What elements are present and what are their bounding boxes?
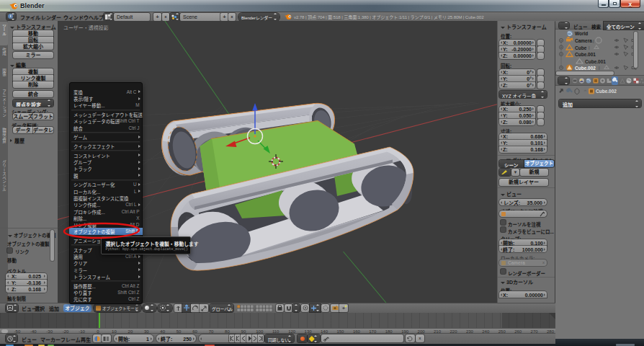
svg-text:Cube.001: Cube.001 [585,59,606,64]
svg-text:Cube: Cube [575,45,587,50]
svg-text:Camera: Camera [575,38,592,43]
svg-text:Cube.001: Cube.001 [575,52,596,57]
svg-text:World: World [575,31,588,36]
svg-text:|: | [593,39,594,43]
svg-text:Cube.002: Cube.002 [575,66,596,71]
svg-text:|: | [589,45,590,50]
svg-text:|: | [599,66,600,70]
